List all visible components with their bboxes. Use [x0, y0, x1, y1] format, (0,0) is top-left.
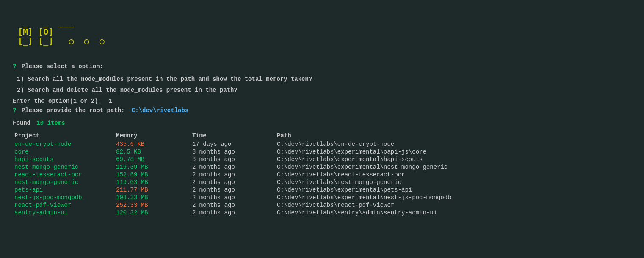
- row-time: 2 months ago: [192, 171, 277, 178]
- option1-text: 1) Search all the node_modules present i…: [17, 76, 312, 82]
- option2-line: 2) Search and delete all the node_module…: [13, 87, 631, 93]
- row-memory: 211.77 MB: [116, 187, 192, 193]
- table-row: sentry-admin-ui 120.32 MB 2 months ago C…: [13, 209, 631, 216]
- row-memory: 119.39 MB: [116, 164, 192, 170]
- row-memory: 198.33 MB: [116, 194, 192, 201]
- row-path: C:\dev\rivetlabs\sentry\admin\sentry-adm…: [277, 209, 631, 216]
- header-project: Project: [14, 132, 116, 139]
- row-project: nest-mongo-generic: [14, 164, 116, 170]
- prompt-symbol: ?: [13, 63, 16, 70]
- row-time: 2 months ago: [192, 202, 277, 209]
- enter-option-line: Enter the option(1 or 2): 1: [13, 98, 631, 104]
- root-path-value: C:\dev\rivetlabs: [132, 107, 188, 114]
- row-project: hapi-scouts: [14, 156, 116, 163]
- row-path: C:\dev\rivetlabs\experimental\pets-api: [277, 187, 631, 193]
- row-project: sentry-admin-ui: [14, 209, 116, 216]
- row-project: nest-js-poc-mongodb: [14, 194, 116, 201]
- row-memory: 252.33 MB: [116, 202, 192, 209]
- found-line: Found 10 items: [13, 120, 631, 126]
- row-project: nest-mongo-generic: [14, 179, 116, 186]
- select-label: Please select a option:: [22, 63, 103, 70]
- select-prompt: ? Please select a option:: [13, 63, 631, 70]
- header-memory: Memory: [116, 132, 192, 139]
- row-time: 17 days ago: [192, 141, 277, 148]
- root-path-line: ? Please provide the root path: C:\dev\r…: [13, 107, 631, 114]
- header-path: Path: [277, 132, 631, 139]
- table-row: en-de-crypt-node 435.6 KB 17 days ago C:…: [13, 141, 631, 148]
- row-project: react-tesseract-ocr: [14, 171, 116, 178]
- table-header: Project Memory Time Path: [13, 132, 631, 139]
- row-time: 2 months ago: [192, 209, 277, 216]
- row-memory: 119.03 MB: [116, 179, 192, 186]
- header-time: Time: [192, 132, 277, 139]
- found-label: Found: [13, 120, 30, 126]
- row-memory: 152.69 MB: [116, 171, 192, 178]
- option2-text: 2) Search and delete all the node_module…: [17, 87, 238, 93]
- row-time: 2 months ago: [192, 194, 277, 201]
- row-path: C:\dev\rivetlabs\react-tesseract-ocr: [277, 171, 631, 178]
- logo-ascii: _ _ ___ [M] [O] [_] [_] ○ ○ ○: [13, 8, 631, 55]
- row-time: 2 months ago: [192, 164, 277, 170]
- row-memory: 435.6 KB: [116, 141, 192, 148]
- results-table: Project Memory Time Path en-de-crypt-nod…: [13, 132, 631, 216]
- row-project: react-pdf-viewer: [14, 202, 116, 209]
- row-path: C:\dev\rivetlabs\experimental\hapi-scout…: [277, 156, 631, 163]
- table-row: pets-api 211.77 MB 2 months ago C:\dev\r…: [13, 187, 631, 193]
- root-path-label: Please provide the root path:: [22, 107, 125, 114]
- table-row: react-pdf-viewer 252.33 MB 2 months ago …: [13, 202, 631, 209]
- row-time: 2 months ago: [192, 187, 277, 193]
- row-project: en-de-crypt-node: [14, 141, 116, 148]
- enter-option-value: 1: [108, 98, 112, 104]
- enter-option-label: Enter the option(1 or 2):: [13, 98, 102, 104]
- table-row: hapi-scouts 69.78 MB 8 months ago C:\dev…: [13, 156, 631, 163]
- row-project: pets-api: [14, 187, 116, 193]
- row-memory: 120.32 MB: [116, 209, 192, 216]
- row-time: 8 months ago: [192, 148, 277, 155]
- found-count: 10 items: [36, 120, 65, 126]
- table-row: nest-mongo-generic 119.39 MB 2 months ag…: [13, 164, 631, 170]
- table-row: core 82.5 KB 8 months ago C:\dev\rivetla…: [13, 148, 631, 155]
- row-time: 2 months ago: [192, 179, 277, 186]
- table-row: nest-js-poc-mongodb 198.33 MB 2 months a…: [13, 194, 631, 201]
- row-project: core: [14, 148, 116, 155]
- row-path: C:\dev\rivetlabs\nest-mongo-generic: [277, 179, 631, 186]
- table-row: nest-mongo-generic 119.03 MB 2 months ag…: [13, 179, 631, 186]
- row-path: C:\dev\rivetlabs\experimental\nest-js-po…: [277, 194, 631, 201]
- row-path: C:\dev\rivetlabs\experimental\nest-mongo…: [277, 164, 631, 170]
- row-memory: 69.78 MB: [116, 156, 192, 163]
- row-memory: 82.5 KB: [116, 148, 192, 155]
- row-path: C:\dev\rivetlabs\react-pdf-viewer: [277, 202, 631, 209]
- prompt-symbol-2: ?: [13, 107, 16, 114]
- table-row: react-tesseract-ocr 152.69 MB 2 months a…: [13, 171, 631, 178]
- option1-line: 1) Search all the node_modules present i…: [13, 76, 631, 82]
- row-time: 8 months ago: [192, 156, 277, 163]
- row-path: C:\dev\rivetlabs\experimental\oapi-js\co…: [277, 148, 631, 155]
- row-path: C:\dev\rivetlabs\en-de-crypt-node: [277, 141, 631, 148]
